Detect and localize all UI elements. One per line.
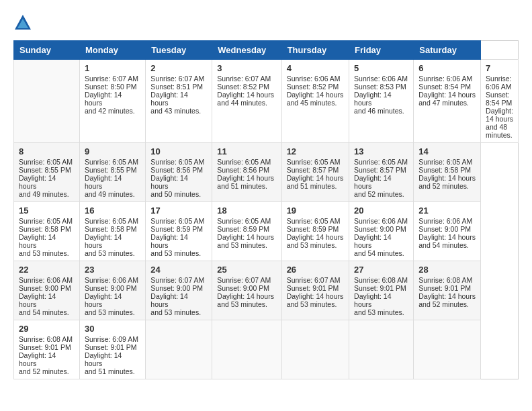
day-number: 10	[150, 146, 207, 156]
page-header	[13, 13, 519, 32]
day-number: 4	[287, 63, 344, 73]
calendar-cell-day-17: 17 Sunrise: 6:05 AM Sunset: 8:59 PM Dayl…	[146, 202, 212, 261]
daylight-label: Daylight: 14 hoursand 54 minutes.	[19, 292, 69, 316]
logo-icon	[13, 13, 32, 32]
day-header-friday: Friday	[349, 41, 414, 60]
daylight-label: Daylight: 14 hoursand 50 minutes.	[150, 174, 201, 198]
daylight-label: Daylight: 14 hoursand 53 minutes.	[85, 292, 135, 316]
sunset-label: Sunset: 9:01 PM	[19, 343, 71, 351]
sunset-label: Sunset: 8:55 PM	[19, 166, 71, 174]
sunrise-label: Sunrise: 6:07 AM	[287, 276, 341, 284]
sunset-label: Sunset: 8:59 PM	[287, 225, 339, 233]
day-number: 1	[85, 63, 140, 73]
daylight-label: Daylight: 14 hoursand 53 minutes.	[217, 292, 274, 308]
daylight-label: Daylight: 14 hoursand 53 minutes.	[217, 233, 274, 249]
sunrise-label: Sunrise: 6:06 AM	[418, 217, 472, 225]
day-header-tuesday: Tuesday	[146, 41, 212, 60]
sunset-label: Sunset: 9:01 PM	[418, 284, 471, 292]
logo	[13, 13, 34, 32]
calendar-cell-day-18: 18 Sunrise: 6:05 AM Sunset: 8:59 PM Dayl…	[212, 202, 281, 261]
daylight-label: Daylight: 14 hoursand 54 minutes.	[354, 233, 404, 257]
calendar-cell-day-21: 21 Sunrise: 6:06 AM Sunset: 9:00 PM Dayl…	[414, 202, 481, 261]
calendar-cell-day-10: 10 Sunrise: 6:05 AM Sunset: 8:56 PM Dayl…	[146, 143, 212, 202]
calendar-cell-empty	[146, 320, 212, 379]
daylight-label: Daylight: 14 hoursand 47 minutes.	[418, 91, 476, 107]
sunset-label: Sunset: 8:57 PM	[287, 166, 339, 174]
daylight-label: Daylight: 14 hoursand 51 minutes.	[85, 351, 135, 375]
calendar-week-row: 8 Sunrise: 6:05 AM Sunset: 8:55 PM Dayli…	[14, 143, 519, 202]
day-number: 24	[150, 265, 207, 275]
calendar-cell-day-20: 20 Sunrise: 6:06 AM Sunset: 9:00 PM Dayl…	[349, 202, 414, 261]
calendar-cell-day-9: 9 Sunrise: 6:05 AM Sunset: 8:55 PM Dayli…	[79, 143, 145, 202]
calendar-cell-empty	[212, 320, 281, 379]
sunrise-label: Sunrise: 6:07 AM	[150, 276, 204, 284]
sunset-label: Sunset: 8:59 PM	[150, 225, 203, 233]
day-number: 8	[19, 146, 75, 156]
calendar-cell-day-14: 14 Sunrise: 6:05 AM Sunset: 8:58 PM Dayl…	[414, 143, 481, 202]
calendar-week-row: 1 Sunrise: 6:07 AM Sunset: 8:50 PM Dayli…	[14, 60, 519, 143]
day-number: 13	[354, 146, 408, 156]
daylight-label: Daylight: 14 hoursand 42 minutes.	[85, 91, 135, 115]
calendar-cell-empty	[281, 320, 349, 379]
sunrise-label: Sunrise: 6:07 AM	[217, 276, 271, 284]
day-number: 19	[287, 205, 344, 216]
sunset-label: Sunset: 9:01 PM	[287, 284, 339, 292]
day-number: 3	[217, 63, 276, 73]
sunrise-label: Sunrise: 6:07 AM	[150, 75, 204, 83]
sunset-label: Sunset: 8:58 PM	[85, 225, 137, 233]
daylight-label: Daylight: 14 hoursand 49 minutes.	[85, 174, 135, 198]
day-number: 30	[85, 324, 140, 334]
day-number: 29	[19, 324, 75, 334]
sunset-label: Sunset: 9:00 PM	[217, 284, 269, 292]
sunrise-label: Sunrise: 6:05 AM	[217, 158, 271, 166]
sunset-label: Sunset: 8:54 PM	[418, 83, 471, 91]
daylight-label: Daylight: 14 hoursand 51 minutes.	[217, 174, 274, 190]
day-number: 26	[287, 265, 344, 275]
sunrise-label: Sunrise: 6:05 AM	[217, 217, 271, 225]
calendar-cell-empty	[349, 320, 414, 379]
daylight-label: Daylight: 14 hoursand 49 minutes.	[19, 174, 69, 198]
sunrise-label: Sunrise: 6:05 AM	[85, 158, 138, 166]
calendar-header-row: SundayMondayTuesdayWednesdayThursdayFrid…	[14, 41, 519, 60]
calendar-cell-day-16: 16 Sunrise: 6:05 AM Sunset: 8:58 PM Dayl…	[79, 202, 145, 261]
sunrise-label: Sunrise: 6:05 AM	[19, 217, 73, 225]
sunrise-label: Sunrise: 6:05 AM	[418, 158, 472, 166]
calendar-cell-day-28: 28 Sunrise: 6:08 AM Sunset: 9:01 PM Dayl…	[414, 261, 481, 320]
sunrise-label: Sunrise: 6:05 AM	[150, 158, 204, 166]
calendar-cell-day-8: 8 Sunrise: 6:05 AM Sunset: 8:55 PM Dayli…	[14, 143, 80, 202]
day-number: 14	[418, 146, 476, 156]
sunrise-label: Sunrise: 6:05 AM	[354, 158, 408, 166]
day-header-saturday: Saturday	[414, 41, 481, 60]
sunset-label: Sunset: 8:55 PM	[85, 166, 137, 174]
calendar-cell-day-12: 12 Sunrise: 6:05 AM Sunset: 8:57 PM Dayl…	[281, 143, 349, 202]
sunset-label: Sunset: 9:00 PM	[354, 225, 406, 233]
daylight-label: Daylight: 14 hoursand 43 minutes.	[150, 91, 201, 115]
day-number: 20	[354, 205, 408, 216]
sunrise-label: Sunrise: 6:06 AM	[486, 75, 512, 91]
sunrise-label: Sunrise: 6:05 AM	[85, 217, 138, 225]
calendar-cell-day-6: 6 Sunrise: 6:06 AM Sunset: 8:54 PM Dayli…	[414, 60, 481, 143]
day-number: 15	[19, 205, 75, 216]
sunset-label: Sunset: 8:56 PM	[217, 166, 269, 174]
sunset-label: Sunset: 8:53 PM	[354, 83, 406, 91]
calendar-cell-day-19: 19 Sunrise: 6:05 AM Sunset: 8:59 PM Dayl…	[281, 202, 349, 261]
daylight-label: Daylight: 14 hoursand 52 minutes.	[354, 174, 404, 198]
sunrise-label: Sunrise: 6:05 AM	[19, 158, 73, 166]
sunset-label: Sunset: 9:00 PM	[418, 225, 471, 233]
day-number: 9	[85, 146, 140, 156]
calendar-cell-day-22: 22 Sunrise: 6:06 AM Sunset: 9:00 PM Dayl…	[14, 261, 80, 320]
daylight-label: Daylight: 14 hoursand 45 minutes.	[287, 91, 344, 107]
day-number: 28	[418, 265, 476, 275]
sunset-label: Sunset: 8:51 PM	[150, 83, 203, 91]
daylight-label: Daylight: 14 hoursand 52 minutes.	[19, 351, 69, 375]
sunrise-label: Sunrise: 6:06 AM	[354, 75, 408, 83]
day-number: 27	[354, 265, 408, 275]
day-number: 5	[354, 63, 408, 73]
sunrise-label: Sunrise: 6:06 AM	[418, 75, 472, 83]
day-number: 11	[217, 146, 276, 156]
sunset-label: Sunset: 8:52 PM	[217, 83, 269, 91]
daylight-label: Daylight: 14 hoursand 54 minutes.	[418, 233, 476, 249]
daylight-label: Daylight: 14 hoursand 44 minutes.	[217, 91, 274, 107]
sunrise-label: Sunrise: 6:06 AM	[85, 276, 138, 284]
calendar-cell-day-29: 29 Sunrise: 6:08 AM Sunset: 9:01 PM Dayl…	[14, 320, 80, 379]
